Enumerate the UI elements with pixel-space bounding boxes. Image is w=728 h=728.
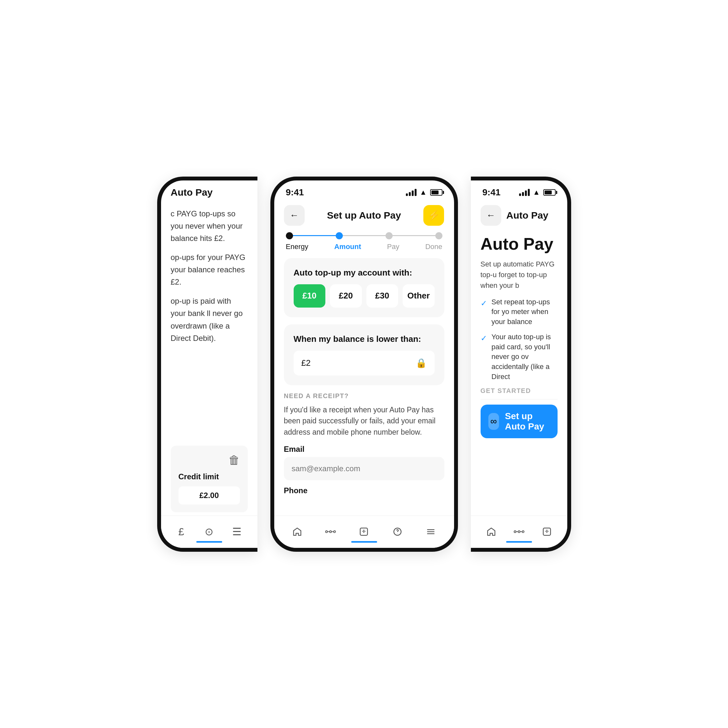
stepper-center: Energy Amount Pay Done xyxy=(274,229,454,258)
scroll-content-center: Auto top-up my account with: £10 £20 £30… xyxy=(274,258,454,515)
battery-center xyxy=(430,189,442,196)
wifi-icon-center: ▲ xyxy=(420,188,427,197)
email-input[interactable] xyxy=(284,457,444,480)
nav-header-center: ← Set up Auto Pay ⚡ xyxy=(274,199,454,229)
balance-card: When my balance is lower than: £2 🔒 xyxy=(284,324,444,385)
status-time-right: 9:41 xyxy=(483,187,501,197)
nav-account-center[interactable] xyxy=(356,524,372,540)
lock-icon: 🔒 xyxy=(416,358,427,369)
setup-autopay-button[interactable]: ∞ Set up Auto Pay xyxy=(480,405,558,438)
topup-card-title: Auto top-up my account with: xyxy=(294,268,435,278)
step-label-amount: Amount xyxy=(334,243,361,251)
step-line-1 xyxy=(293,235,336,236)
check-item-1: ✓ Set repeat top-ups for yo meter when y… xyxy=(480,297,558,327)
receipt-label: NEED A RECEIPT? xyxy=(284,392,444,400)
step-label-energy: Energy xyxy=(286,243,309,251)
email-label: Email xyxy=(284,445,444,454)
nav-account-right[interactable] xyxy=(539,524,555,540)
svg-point-2 xyxy=(334,531,336,533)
nav-icon-menu[interactable]: ☰ xyxy=(229,524,245,540)
nav-icon-pound[interactable]: £ xyxy=(173,524,190,540)
nav-home-right[interactable] xyxy=(483,524,499,540)
status-time-center: 9:41 xyxy=(286,187,304,197)
stepper-dots-row xyxy=(286,232,442,239)
left-title: Auto Pay xyxy=(171,187,213,198)
svg-point-0 xyxy=(326,531,327,533)
receipt-section: NEED A RECEIPT? If you'd like a receipt … xyxy=(284,392,444,502)
amount-opt-other[interactable]: Other xyxy=(403,284,435,307)
bottom-nav-right xyxy=(471,515,567,548)
nav-title-center: Set up Auto Pay xyxy=(327,210,401,221)
lightning-button[interactable]: ⚡ xyxy=(423,205,444,226)
nav-icon-help[interactable]: ⊙ xyxy=(201,524,217,540)
right-desc: Set up automatic PAYG top-u forget to to… xyxy=(480,259,558,291)
nav-connections-right[interactable] xyxy=(511,524,527,540)
step-label-pay: Pay xyxy=(387,243,399,251)
left-body: c PAYG top-ups so you never when your ba… xyxy=(161,201,257,442)
step-dot-4 xyxy=(435,232,442,239)
svg-point-10 xyxy=(514,531,516,533)
status-bar-center: 9:41 ▲ xyxy=(274,180,454,199)
check-text-1: Set repeat top-ups for yo meter when you… xyxy=(492,297,558,327)
right-content: 9:41 ▲ ← Auto Pay Auto Pay S xyxy=(471,180,567,548)
svg-point-12 xyxy=(522,531,524,533)
balance-value: £2 xyxy=(301,358,311,368)
topup-card: Auto top-up my account with: £10 £20 £30… xyxy=(284,258,444,317)
step-line-3 xyxy=(393,235,435,236)
nav-menu-center[interactable] xyxy=(423,524,439,540)
bottom-nav-center xyxy=(274,515,454,548)
checkmark-1: ✓ xyxy=(480,298,487,309)
check-text-2: Your auto top-up is paid card, so you'll… xyxy=(492,332,558,382)
phone-label: Phone xyxy=(284,486,444,495)
status-bar-right: 9:41 ▲ xyxy=(471,180,567,199)
balance-input[interactable]: £2 🔒 xyxy=(294,350,435,375)
svg-point-1 xyxy=(330,531,332,533)
stepper-labels-row: Energy Amount Pay Done xyxy=(286,243,442,251)
left-para-1: c PAYG top-ups so you never when your ba… xyxy=(171,208,248,245)
back-button-center[interactable]: ← xyxy=(284,205,305,226)
autopay-big-title: Auto Pay xyxy=(480,234,558,254)
amount-opt-30[interactable]: £30 xyxy=(366,284,398,307)
signal-bars-right xyxy=(519,189,530,196)
phone-left: Auto Pay c PAYG top-ups so you never whe… xyxy=(157,177,257,552)
nav-home-center[interactable] xyxy=(289,524,305,540)
bottom-nav-left: £ ⊙ ☰ xyxy=(161,515,257,548)
right-nav-header: ← Auto Pay xyxy=(471,199,567,229)
left-nav-header: Auto Pay xyxy=(161,180,257,201)
step-dot-1 xyxy=(286,232,293,239)
battery-right xyxy=(543,189,556,196)
step-line-2 xyxy=(343,235,385,236)
signal-bars-center xyxy=(406,189,416,196)
get-started-label: GET STARTED xyxy=(480,387,558,395)
checkmark-2: ✓ xyxy=(480,333,487,344)
credit-label: Credit limit xyxy=(179,472,219,481)
amount-opt-20[interactable]: £20 xyxy=(330,284,362,307)
phone-right: 9:41 ▲ ← Auto Pay Auto Pay S xyxy=(471,177,571,552)
scene: Auto Pay c PAYG top-ups so you never whe… xyxy=(0,0,728,728)
credit-section: 🗑 Credit limit £2.00 xyxy=(171,446,248,512)
cta-label: Set up Auto Pay xyxy=(505,411,549,432)
wifi-icon-right: ▲ xyxy=(533,188,540,197)
balance-card-title: When my balance is lower than: xyxy=(294,334,435,344)
receipt-desc: If you'd like a receipt when your Auto P… xyxy=(284,404,444,438)
divider xyxy=(480,399,558,399)
svg-point-11 xyxy=(518,531,520,533)
back-button-right[interactable]: ← xyxy=(480,205,501,226)
step-dot-2 xyxy=(336,232,343,239)
credit-amount: £2.00 xyxy=(179,486,240,505)
left-para-2: op-ups for your PAYG your balance reache… xyxy=(171,251,248,289)
infinity-icon: ∞ xyxy=(488,413,499,430)
left-para-3: op-up is paid with your bank ll never go… xyxy=(171,295,248,345)
nav-help-center[interactable] xyxy=(389,524,405,540)
amount-options: £10 £20 £30 Other xyxy=(294,284,435,307)
step-label-done: Done xyxy=(425,243,442,251)
status-icons-right: ▲ xyxy=(519,188,556,197)
trash-icon[interactable]: 🗑 xyxy=(228,453,240,467)
status-icons-center: ▲ xyxy=(406,188,442,197)
step-dot-3 xyxy=(385,232,393,239)
left-content: Auto Pay c PAYG top-ups so you never whe… xyxy=(161,180,257,548)
right-nav-title: Auto Pay xyxy=(506,210,549,221)
check-item-2: ✓ Your auto top-up is paid card, so you'… xyxy=(480,332,558,382)
nav-connections-center[interactable] xyxy=(323,524,339,540)
amount-opt-10[interactable]: £10 xyxy=(294,284,326,307)
